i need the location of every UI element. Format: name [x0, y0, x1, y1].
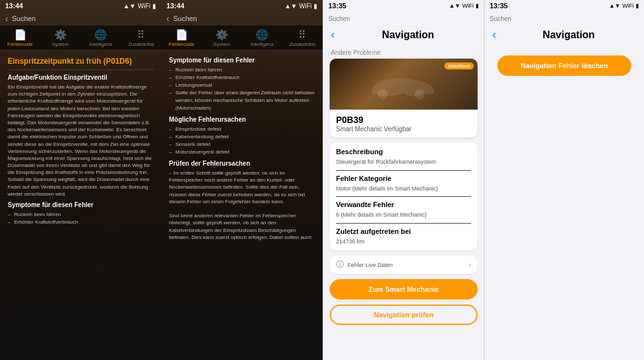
description-title: Beschreibung — [336, 148, 471, 155]
fehler-kategorie-title: Fehler Kategorie — [336, 175, 471, 182]
time-2: 13:44 — [166, 2, 184, 10]
detail-description-3: Beschreibung Steuergerät für Rückfahrkam… — [330, 143, 478, 250]
tab-intelligenz-label-1: Intelligenz — [89, 41, 112, 47]
status-bar-4: 13:35 ▲▼ WiFi ▮ — [485, 0, 644, 11]
tab-zusatzinfos-label-1: Zusatzinfos — [128, 41, 154, 47]
bullet-item: Sollte der Fehler über einen längeren Ze… — [169, 89, 315, 112]
status-bar-2: 13:44 ▲▼ WiFi ▮ — [161, 0, 323, 11]
system-icon-2: ⚙️ — [216, 29, 228, 41]
intelligenz-icon-2: 🌐 — [256, 29, 268, 41]
fehlercode-icon-2: 📄 — [175, 29, 188, 41]
page-header-3: ‹ Navigation — [323, 25, 484, 44]
bullets1-1: Ruckeln beim fahren Erhöhter Kraftstoffv… — [8, 211, 154, 226]
bullet-item: Erhöhter Kraftstoffverbrauch — [169, 74, 315, 82]
bullet-item: Sensorik defekt — [169, 141, 315, 148]
verwandte-fehler-row: Verwandte Fehler 6 (Mehr details im Smar… — [336, 201, 471, 219]
info-circle-icon: ⓘ — [336, 259, 344, 270]
back-arrow-icon-1[interactable]: ‹ — [5, 13, 8, 24]
status-icons-1: ▲▼ WiFi ▮ — [123, 3, 156, 10]
tab-fehlercode-2[interactable]: 📄 Fehlercode — [161, 25, 201, 50]
search-bar-4[interactable]: Suchen — [485, 11, 644, 25]
search-bar-1[interactable]: ‹ Suchen — [0, 11, 161, 25]
verwandte-fehler-title: Verwandte Fehler — [336, 201, 471, 208]
tab-system-1[interactable]: ⚙️ System — [40, 25, 80, 50]
tab-fehlercode-1[interactable]: 📄 Fehlercode — [0, 25, 40, 50]
live-daten-label: Fehler Live Daten — [348, 262, 469, 268]
signal-icon-2: ▲▼ — [284, 3, 297, 10]
verwandte-fehler-value: 6 (Mehr details im Smart Mechanic) — [336, 211, 471, 219]
back-button-4[interactable]: ‹ — [492, 28, 496, 41]
bullets2-2: Einspritzdüse defekt Kabelverbindung def… — [169, 126, 315, 156]
battery-icon-3: ▮ — [476, 3, 479, 9]
svg-point-0 — [377, 89, 388, 99]
tab-zusatzinfos-label-2: Zusatzinfos — [289, 41, 316, 47]
tab-intelligenz-2[interactable]: 🌐 Intelligenz — [242, 25, 282, 50]
content-4: Navigation Fehler löschen — [485, 44, 644, 360]
search-label-3: Suchen — [328, 15, 350, 22]
bullet-item: Kabelverbindung defekt — [169, 133, 315, 141]
fehler-kategorie-row: Fehler Kategorie Motor (Mehr details im … — [336, 175, 471, 193]
section3-body-2: – Im ersten Schritt sollte geprüft werde… — [169, 169, 315, 241]
status-icons-3: ▲▼ WiFi ▮ — [449, 3, 479, 9]
smart-mechanic-button[interactable]: Zum Smart Mechanic — [330, 279, 478, 299]
signal-icon-3: ▲▼ — [449, 3, 460, 9]
zuletzt-title: Zuletzt aufgetreten bei — [336, 227, 471, 235]
main-title-1: Einspritzzeitpunkt zu früh (P01D6) — [8, 57, 154, 66]
tab-zusatzinfos-2[interactable]: ⠿ Zusatzinfos — [282, 25, 323, 50]
search-bar-3[interactable]: Suchen — [323, 11, 484, 25]
search-label-1: Suchen — [12, 15, 36, 22]
search-bar-2[interactable]: ‹ Suchen — [161, 11, 323, 25]
zusatzinfos-icon-2: ⠿ — [298, 29, 306, 41]
error-card-body-3: P0B39 Smart Mechanic Verfügbar — [330, 110, 478, 138]
section1-title-2: Symptome für diesen Fehler — [169, 57, 315, 64]
error-card-image-3: Unkritisch — [330, 59, 478, 110]
zuletzt-value: 214736 km — [336, 238, 471, 246]
tab-fehlercode-label-1: Fehlercode — [8, 41, 33, 47]
time-1: 13:44 — [5, 2, 23, 10]
tab-intelligenz-label-2: Intelligenz — [251, 41, 274, 47]
page-header-4: ‹ Navigation — [485, 25, 644, 44]
svg-point-1 — [414, 89, 425, 99]
chevron-right-icon: › — [469, 261, 471, 270]
battery-icon-2: ▮ — [314, 3, 318, 10]
status-icons-2: ▲▼ WiFi ▮ — [284, 3, 318, 10]
tab-system-label-1: System — [52, 41, 70, 47]
wifi-icon-4: WiFi — [622, 3, 634, 9]
tab-fehlercode-label-2: Fehlercode — [169, 41, 194, 47]
back-arrow-icon-2[interactable]: ‹ — [166, 13, 170, 24]
car-silhouette-icon — [365, 68, 442, 100]
page-title-3: Navigation — [340, 29, 476, 41]
live-daten-row-3[interactable]: ⓘ Fehler Live Daten › — [330, 256, 478, 274]
section1-title-1: Aufgabe/Funktion Einspritzventil — [8, 74, 154, 81]
signal-icon-4: ▲▼ — [609, 3, 620, 9]
badge-unkritisch: Unkritisch — [444, 62, 474, 69]
error-card-3[interactable]: Unkritisch P0B39 Smart Mechanic Verfügba… — [330, 59, 478, 138]
wifi-icon-3: WiFi — [462, 3, 474, 9]
search-label-4: Suchen — [490, 15, 511, 22]
nav-tabs-2: 📄 Fehlercode ⚙️ System 🌐 Intelligenz ⠿ Z… — [161, 25, 323, 50]
zusatzinfos-icon-1: ⠿ — [137, 29, 145, 41]
section-label-3: Andere Probleme — [323, 44, 484, 59]
wifi-icon-1: WiFi — [138, 3, 150, 10]
panel-2: 13:44 ▲▼ WiFi ▮ ‹ Suchen 📄 Fehlercode ⚙️… — [161, 0, 323, 360]
bullet-item: Ruckeln beim fahren — [169, 66, 315, 74]
search-label-2: Suchen — [173, 15, 197, 22]
wifi-icon-2: WiFi — [299, 3, 312, 10]
bullets1-2: Ruckeln beim fahren Erhöhter Kraftstoffv… — [169, 66, 315, 112]
section1-body-1: Ein Einspritzventil hat die Aufgabe die … — [8, 83, 154, 198]
delete-fehler-button[interactable]: Navigation Fehler löschen — [497, 55, 631, 76]
time-4: 13:35 — [490, 2, 508, 10]
time-3: 13:35 — [328, 2, 346, 10]
tab-system-label-2: System — [214, 41, 231, 47]
fehlercode-icon-1: 📄 — [14, 29, 27, 41]
page-title-4: Navigation — [501, 29, 636, 41]
tab-intelligenz-1[interactable]: 🌐 Intelligenz — [81, 25, 121, 50]
navigation-prufen-button[interactable]: Navigation prüfen — [330, 305, 478, 325]
back-button-3[interactable]: ‹ — [331, 28, 335, 41]
description-row: Beschreibung Steuergerät für Rückfahrkam… — [336, 148, 471, 166]
bullet-item: Ruckeln beim fahren — [8, 211, 154, 219]
tab-zusatzinfos-1[interactable]: ⠿ Zusatzinfos — [121, 25, 161, 50]
bullet-item: Einspritzdüse defekt — [169, 126, 315, 133]
tab-system-2[interactable]: ⚙️ System — [201, 25, 242, 50]
bullet-item: Erhöhter Kraftstoffverbrauch — [8, 219, 154, 226]
